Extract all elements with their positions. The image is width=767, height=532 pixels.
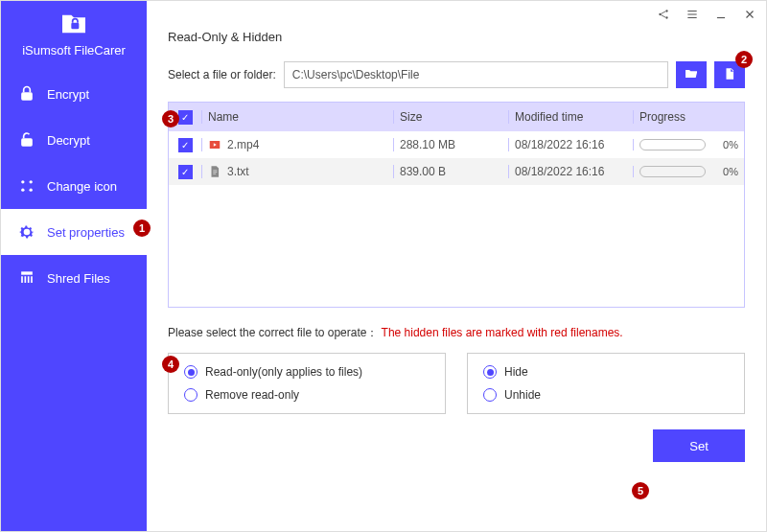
video-file-icon [208,138,221,151]
hide-group: Hide Unhide [467,353,745,414]
folder-lock-icon [58,9,89,39]
col-size[interactable]: Size [393,110,508,124]
app-title: iSumsoft FileCarer [22,43,126,58]
select-all-checkbox[interactable]: ✓ [178,110,193,125]
gear-icon [16,221,37,243]
table-row[interactable]: ✓2.mp4288.10 MB08/18/2022 16:160% [169,131,744,158]
text-file-icon [208,165,221,178]
hint-warning: The hidden files are marked with red fil… [382,326,623,339]
readonly-group: Read-only(only applies to files) Remove … [168,353,446,414]
file-name: 3.txt [227,165,249,178]
table-row[interactable]: ✓3.txt839.00 B08/18/2022 16:160% [169,158,744,185]
sidebar-item-decrypt[interactable]: Decrypt [1,117,147,163]
table-header: ✓ Name Size Modified time Progress [169,103,744,131]
callout-4: 4 [162,356,179,373]
sidebar-item-change-icon[interactable]: Change icon [1,163,147,209]
file-modified: 08/18/2022 16:16 [508,138,633,151]
radio-unhide[interactable]: Unhide [483,388,729,402]
path-input[interactable] [284,61,668,88]
nav: Encrypt Decrypt Change icon Set properti… [1,71,147,301]
content: Read-Only & Hidden Select a file or fold… [147,1,766,531]
file-name: 2.mp4 [227,138,259,151]
set-button[interactable]: Set [653,429,745,462]
menu-icon[interactable] [686,8,699,24]
sidebar-item-encrypt[interactable]: Encrypt [1,71,147,117]
lock-icon [16,83,37,104]
table-body: ✓2.mp4288.10 MB08/18/2022 16:160%✓3.txt8… [169,131,744,307]
shred-icon [16,267,37,289]
path-row: Select a file or folder: [168,61,745,88]
sidebar: iSumsoft FileCarer Encrypt Decrypt Chang… [1,1,147,531]
radio-readonly[interactable]: Read-only(only applies to files) [184,365,430,379]
svg-rect-2 [21,138,33,146]
nav-label: Encrypt [47,87,89,102]
radio-hide[interactable]: Hide [483,365,729,379]
app-logo: iSumsoft FileCarer [1,9,147,58]
svg-point-6 [30,189,33,192]
radio-remove-readonly[interactable]: Remove read-only [184,388,430,402]
file-size: 839.00 B [393,165,508,178]
sidebar-item-set-properties[interactable]: Set properties [1,209,147,255]
callout-3: 3 [162,110,179,127]
minimize-icon[interactable] [714,8,728,24]
col-name[interactable]: Name [201,110,393,124]
share-icon[interactable] [657,8,670,24]
progress-bar [639,166,706,177]
hint: Please select the correct file to operat… [168,325,745,341]
progress-bar [639,139,706,150]
row-checkbox[interactable]: ✓ [178,165,193,179]
callout-1: 1 [133,220,151,237]
titlebar [147,1,766,30]
svg-rect-1 [21,92,33,100]
row-checkbox[interactable]: ✓ [178,138,193,152]
folder-open-icon [683,66,700,84]
grid-icon [16,175,37,197]
file-table: ✓ Name Size Modified time Progress ✓2.mp… [168,102,745,308]
nav-label: Decrypt [47,133,90,148]
file-modified: 08/18/2022 16:16 [508,165,633,178]
close-icon[interactable] [743,8,756,24]
app-window: iSumsoft FileCarer Encrypt Decrypt Chang… [0,0,767,532]
nav-label: Change icon [47,179,117,194]
options: Read-only(only applies to files) Remove … [168,353,745,414]
hint-text: Please select the correct file to operat… [168,326,378,339]
svg-point-5 [21,189,24,192]
file-size: 288.10 MB [393,138,508,151]
progress-percent: 0% [711,166,738,177]
path-label: Select a file or folder: [168,68,276,81]
file-icon [723,66,736,84]
svg-rect-7 [21,271,33,274]
svg-rect-0 [71,23,79,30]
section-title: Read-Only & Hidden [168,30,745,44]
section: Read-Only & Hidden Select a file or fold… [147,30,766,531]
nav-label: Set properties [47,225,125,240]
svg-point-9 [665,10,667,12]
callout-5: 5 [632,482,649,499]
svg-point-4 [30,180,33,183]
svg-point-3 [21,180,24,183]
sidebar-item-shred-files[interactable]: Shred Files [1,255,147,301]
col-modified[interactable]: Modified time [508,110,633,124]
svg-point-10 [665,16,667,18]
unlock-icon [16,129,37,150]
progress-percent: 0% [711,139,738,150]
nav-label: Shred Files [47,271,110,286]
callout-2: 2 [735,51,753,68]
browse-folder-button[interactable] [676,61,707,88]
col-progress[interactable]: Progress [633,110,744,124]
